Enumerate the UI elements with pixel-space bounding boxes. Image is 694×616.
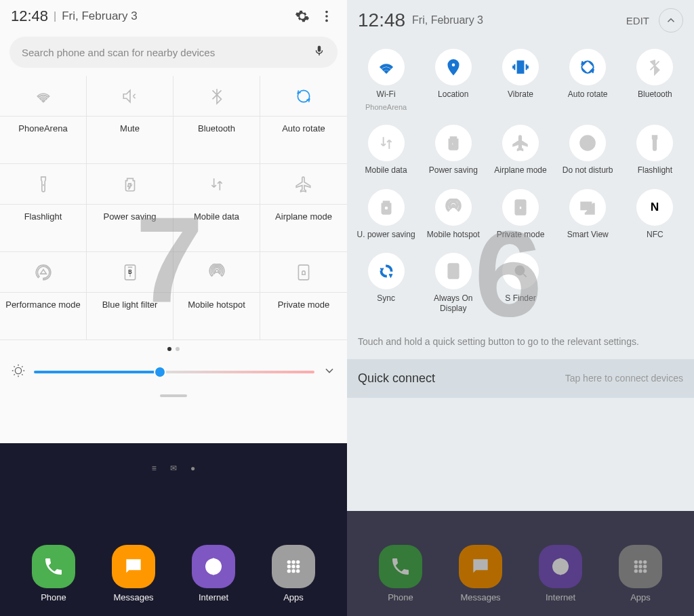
qs-tile-hotspot[interactable]: Mobile hotspot bbox=[174, 252, 260, 340]
dock-messages[interactable]: Messages bbox=[459, 545, 502, 602]
settings-gear-icon[interactable] bbox=[293, 7, 312, 26]
search-bar[interactable]: Search phone and scan for nearby devices bbox=[9, 37, 338, 68]
qs-tile-wifi[interactable]: PhoneArena bbox=[0, 76, 87, 164]
qs-tile-label: Mobile hotspot bbox=[185, 293, 248, 318]
qs-tile-label: Do not disturb bbox=[563, 165, 613, 175]
sync-icon bbox=[368, 253, 405, 289]
qs-tile-powersaving[interactable]: Power saving bbox=[87, 164, 174, 252]
performance-icon bbox=[0, 252, 86, 293]
qs-tile-location[interactable]: Location bbox=[420, 43, 487, 119]
qs-tile-flashlight[interactable]: Flashlight bbox=[0, 164, 87, 252]
drag-handle[interactable] bbox=[160, 394, 187, 397]
dock-label: Apps bbox=[283, 592, 304, 602]
phone-icon bbox=[32, 545, 75, 588]
svg-point-22 bbox=[643, 564, 647, 568]
panel-android-6: 12:48 Fri, February 3 EDIT Wi-FiPhoneAre… bbox=[347, 0, 694, 616]
dock-internet[interactable]: Internet bbox=[539, 545, 582, 602]
quick-connect-bar[interactable]: Quick connect Tap here to connect device… bbox=[347, 359, 694, 398]
qs-tile-performance[interactable]: Performance mode bbox=[0, 252, 87, 340]
clock-date: Fri, February 3 bbox=[412, 14, 483, 26]
qs-tile-label: Wi-Fi bbox=[377, 89, 396, 99]
qs-tile-label: Mobile data bbox=[191, 205, 242, 230]
apps-icon bbox=[619, 545, 662, 588]
qs-tile-mobiledata[interactable]: Mobile data bbox=[352, 119, 420, 183]
qs-tile-mobiledata[interactable]: Mobile data bbox=[174, 164, 260, 252]
svg-point-24 bbox=[638, 569, 642, 573]
qs-tile-label: Smart View bbox=[567, 230, 609, 239]
qs-tile-autorotate[interactable]: Auto rotate bbox=[260, 76, 347, 164]
qs-tile-wifi[interactable]: Wi-FiPhoneArena bbox=[352, 43, 420, 119]
svg-point-8 bbox=[287, 564, 291, 568]
panel-android-7: 12:48 | Fri, February 3 Search phone and… bbox=[0, 0, 347, 616]
expand-chevron-icon[interactable] bbox=[323, 364, 336, 380]
qs-tile-label: PhoneArena bbox=[16, 117, 70, 142]
svg-point-2 bbox=[325, 20, 328, 22]
qs-tile-sfinder[interactable]: S Finder bbox=[487, 247, 554, 321]
pager-dots[interactable] bbox=[0, 340, 347, 358]
qs-tile-hotspot[interactable]: Mobile hotspot bbox=[420, 184, 487, 247]
dock-internet[interactable]: Internet bbox=[192, 545, 235, 602]
qs-tile-sublabel: PhoneArena bbox=[365, 103, 407, 111]
airplane-icon bbox=[502, 125, 539, 161]
quick-settings-grid: PhoneArenaMuteBluetoothAuto rotateFlashl… bbox=[0, 76, 347, 340]
brightness-slider[interactable] bbox=[34, 371, 314, 373]
qs-tile-powersaving[interactable]: Power saving bbox=[420, 119, 487, 183]
dock-label: Messages bbox=[460, 592, 500, 602]
qs-tile-flashlight[interactable]: Flashlight bbox=[621, 119, 689, 183]
svg-point-1 bbox=[325, 15, 328, 18]
qs-tile-smartview[interactable]: Smart View bbox=[554, 184, 621, 247]
svg-point-10 bbox=[296, 564, 300, 568]
qs-tile-mute[interactable]: Mute bbox=[87, 76, 174, 164]
qs-tile-airplane[interactable]: Airplane mode bbox=[260, 164, 347, 252]
clock-date: Fri, February 3 bbox=[62, 9, 137, 23]
qs-tile-airplane[interactable]: Airplane mode bbox=[487, 119, 554, 183]
qs-tile-bluelight[interactable]: BBlue light filter bbox=[87, 252, 174, 340]
dock-phone[interactable]: Phone bbox=[379, 545, 422, 602]
qs-tile-label: S Finder bbox=[505, 293, 535, 303]
qs-tile-private[interactable]: Private mode bbox=[260, 252, 347, 340]
qs-tile-label: Sync bbox=[377, 293, 395, 303]
qs-tile-nfc[interactable]: NNFC bbox=[621, 184, 689, 247]
qs-tile-label: Bluetooth bbox=[638, 89, 672, 99]
dnd-icon bbox=[569, 125, 606, 161]
qs-tile-bluetooth[interactable]: Bluetooth bbox=[174, 76, 260, 164]
qs-tile-label: Airplane mode bbox=[494, 165, 546, 175]
bluetooth-icon bbox=[174, 76, 260, 117]
qs-tile-sync[interactable]: Sync bbox=[352, 247, 420, 321]
qs-tile-dnd[interactable]: Do not disturb bbox=[554, 119, 621, 183]
dock-label: Apps bbox=[630, 592, 651, 602]
quick-connect-title: Quick connect bbox=[358, 371, 435, 386]
qs-tile-autorotate[interactable]: Auto rotate bbox=[554, 43, 621, 119]
brightness-row bbox=[0, 358, 347, 392]
qs-tile-label: Airplane mode bbox=[272, 205, 335, 230]
home-background: ≡✉● PhoneMessagesInternetApps bbox=[0, 443, 347, 616]
qs-tile-label: Flashlight bbox=[638, 165, 672, 175]
collapse-chevron-icon[interactable] bbox=[659, 8, 683, 33]
dock-apps[interactable]: Apps bbox=[272, 545, 315, 602]
qs-tile-upowersaving[interactable]: U. power saving bbox=[352, 184, 420, 247]
svg-point-17 bbox=[634, 560, 638, 564]
qs-tile-private[interactable]: Private mode bbox=[487, 184, 554, 247]
dock-messages[interactable]: Messages bbox=[112, 545, 155, 602]
home-background: PhoneMessagesInternetApps bbox=[347, 511, 694, 616]
smartview-icon bbox=[569, 189, 606, 226]
clock-time: 12:48 bbox=[11, 7, 48, 25]
edit-button[interactable]: EDIT bbox=[626, 15, 649, 26]
more-icon[interactable] bbox=[317, 7, 336, 26]
svg-point-13 bbox=[296, 569, 300, 573]
bluetooth-icon bbox=[636, 49, 673, 85]
dock-apps[interactable]: Apps bbox=[619, 545, 662, 602]
qs-tile-aod[interactable]: Always On Display bbox=[420, 247, 487, 321]
qs-tile-bluetooth[interactable]: Bluetooth bbox=[621, 43, 689, 119]
pager-dot bbox=[176, 347, 180, 351]
dock-phone[interactable]: Phone bbox=[32, 545, 75, 602]
powersaving-icon bbox=[87, 164, 173, 205]
svg-point-15 bbox=[515, 266, 524, 275]
slider-thumb[interactable] bbox=[154, 366, 166, 378]
svg-point-7 bbox=[296, 560, 300, 564]
svg-point-11 bbox=[287, 569, 291, 573]
phone-icon bbox=[379, 545, 422, 588]
qs-tile-label: Flashlight bbox=[22, 205, 65, 230]
qs-tile-vibrate[interactable]: Vibrate bbox=[487, 43, 554, 119]
mic-icon[interactable] bbox=[313, 45, 325, 60]
